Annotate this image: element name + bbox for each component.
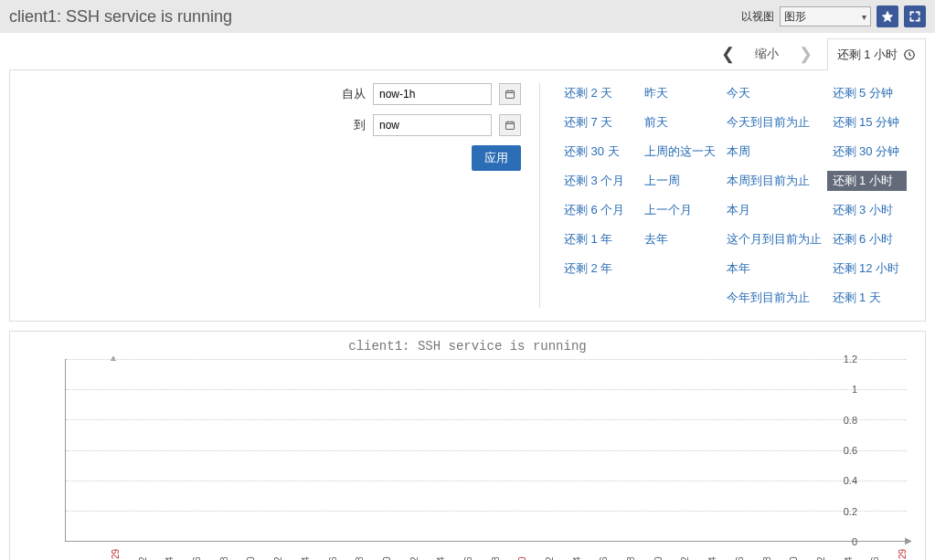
chart-panel: client1: SSH service is running ▲ ▶ -02 … [9, 331, 926, 560]
preset-col-4: 还剩 5 分钟还剩 15 分钟还剩 30 分钟还剩 1 小时还剩 3 小时还剩 … [827, 83, 908, 308]
preset-link[interactable]: 上周的这一天 [639, 142, 721, 162]
preset-link[interactable]: 还剩 1 小时 [827, 171, 908, 191]
x-tick-label: 17:06 [599, 556, 609, 560]
preset-link[interactable]: 上一周 [639, 171, 721, 191]
from-input[interactable] [373, 83, 492, 105]
x-tick-label: -02 16:29 [111, 549, 121, 560]
y-tick-label: 0.4 [844, 475, 857, 486]
x-tick-label: 16:52 [409, 556, 420, 560]
x-tick-label: 16:42 [273, 556, 283, 560]
from-row: 自从 [28, 83, 521, 105]
y-tick-label: 1 [852, 384, 857, 395]
preset-link[interactable]: 还剩 3 小时 [827, 200, 908, 220]
y-tick-label: 1.2 [844, 354, 857, 365]
apply-button[interactable]: 应用 [472, 145, 521, 171]
x-tick-label: 16:48 [355, 556, 365, 560]
from-label: 自从 [342, 86, 366, 102]
preset-link[interactable]: 还剩 2 天 [558, 83, 639, 103]
clock-icon [903, 48, 916, 61]
x-tick-label: -02 17:29 [898, 549, 908, 560]
y-tick-label: 0.2 [844, 506, 857, 517]
x-tick-label: 16:32 [138, 556, 148, 560]
time-picker-panel: 自从 到 应用 还剩 2 天还剩 7 天还剩 30 天还剩 3 个月还剩 6 个… [9, 69, 926, 322]
preset-link[interactable]: 本周 [721, 142, 827, 162]
svg-rect-1 [506, 91, 515, 99]
preset-link[interactable]: 还剩 6 个月 [558, 200, 639, 220]
x-tick-label: 17:02 [545, 556, 555, 560]
y-tick-label: 0.6 [844, 445, 857, 456]
preset-link[interactable]: 还剩 3 个月 [558, 171, 639, 191]
preset-link[interactable]: 还剩 6 小时 [827, 229, 908, 249]
preset-link[interactable]: 还剩 7 天 [558, 112, 639, 132]
preset-link[interactable]: 还剩 1 年 [558, 229, 639, 249]
x-tick-label: 16:38 [219, 556, 229, 560]
x-tick-label: 17:26 [870, 556, 880, 560]
x-tick-label: 16:34 [165, 556, 175, 560]
preset-link[interactable]: 前天 [639, 112, 721, 132]
plot-region [65, 359, 907, 542]
preset-link[interactable]: 还剩 1 天 [827, 288, 908, 308]
apply-row: 应用 [28, 145, 521, 171]
preset-link[interactable]: 还剩 30 天 [558, 142, 639, 162]
next-arrow[interactable]: ❯ [793, 40, 818, 68]
page-title: client1: SSH service is running [9, 7, 232, 26]
x-tick-label: 17:04 [572, 556, 582, 560]
x-axis: -02 16:2916:3216:3416:3616:3816:4016:421… [111, 551, 898, 560]
preset-link[interactable]: 还剩 30 分钟 [827, 142, 908, 162]
preset-link[interactable]: 今天到目前为止 [721, 112, 827, 132]
custom-range-form: 自从 到 应用 [28, 83, 540, 308]
preset-link[interactable]: 今天 [721, 83, 827, 103]
x-tick-label: 16:54 [436, 556, 446, 560]
chevron-down-icon: ▾ [862, 12, 866, 22]
preset-link[interactable]: 这个月到目前为止 [721, 229, 827, 249]
preset-link[interactable]: 今年到目前为止 [721, 288, 827, 308]
preset-col-2: 昨天前天上周的这一天上一周上一个月去年 [639, 83, 721, 308]
x-tick-label: 16:50 [382, 556, 392, 560]
fullscreen-icon [908, 10, 921, 23]
time-range-label: 还剩 1 小时 [837, 47, 898, 63]
y-tick-label: 0 [852, 536, 857, 547]
preset-link[interactable]: 还剩 2 年 [558, 259, 639, 279]
preset-link[interactable]: 上一个月 [639, 200, 721, 220]
preset-link[interactable]: 本周到目前为止 [721, 171, 827, 191]
calendar-icon [505, 120, 515, 131]
chart-area[interactable]: ▲ ▶ -02 16:2916:3216:3416:3616:3816:4016… [65, 357, 907, 558]
preset-link[interactable]: 还剩 5 分钟 [827, 83, 908, 103]
x-tick-label: 17:12 [680, 556, 690, 560]
view-select-value: 图形 [784, 9, 806, 25]
x-tick-label: 17:22 [816, 556, 826, 560]
x-tick-label: 17:14 [707, 556, 717, 560]
svg-rect-2 [506, 122, 515, 130]
to-input[interactable] [373, 114, 492, 136]
time-range-tab[interactable]: 还剩 1 小时 [827, 38, 926, 70]
favorite-button[interactable] [877, 5, 898, 27]
preset-link[interactable]: 还剩 15 分钟 [827, 112, 908, 132]
preset-link[interactable]: 本年 [721, 259, 827, 279]
preset-link[interactable]: 昨天 [639, 83, 721, 103]
view-select[interactable]: 图形 ▾ [780, 6, 871, 26]
to-calendar-button[interactable] [499, 114, 521, 136]
prev-arrow[interactable]: ❮ [716, 40, 740, 68]
x-tick-label: 16:44 [301, 556, 311, 560]
x-tick-label: 17:16 [735, 556, 745, 560]
x-tick-label: 17:10 [653, 556, 664, 560]
x-tick-label: 17:00 [517, 556, 527, 560]
preset-link[interactable]: 本月 [721, 200, 827, 220]
to-row: 到 [28, 114, 521, 136]
preset-link[interactable]: 去年 [639, 229, 721, 249]
from-calendar-button[interactable] [499, 83, 521, 105]
fullscreen-button[interactable] [904, 5, 926, 27]
x-tick-label: 17:18 [762, 556, 772, 560]
preset-link[interactable]: 还剩 12 小时 [827, 259, 908, 279]
x-tick-label: 17:08 [626, 556, 636, 560]
time-toolbar: ❮ 缩小 ❯ 还剩 1 小时 [0, 33, 935, 69]
x-tick-label: 16:56 [463, 556, 473, 560]
header-controls: 以视图 图形 ▾ [741, 5, 926, 27]
calendar-icon [505, 89, 515, 100]
zoom-out-button[interactable]: 缩小 [749, 42, 784, 66]
chart-title: client1: SSH service is running [19, 337, 916, 357]
header-bar: client1: SSH service is running 以视图 图形 ▾ [0, 0, 935, 33]
x-tick-label: 17:24 [844, 556, 854, 560]
to-label: 到 [354, 117, 366, 133]
star-icon [881, 10, 894, 23]
